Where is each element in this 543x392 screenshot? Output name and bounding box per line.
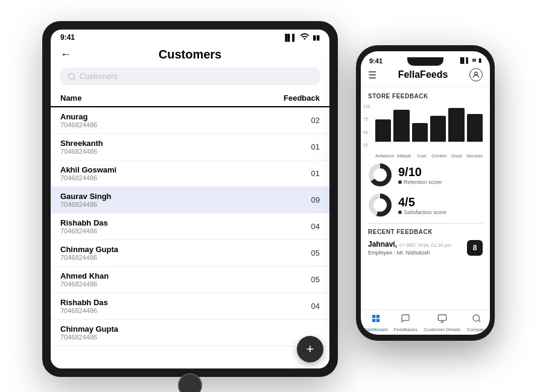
feedback-employee: Employee : Mr. Nishutosh [368, 250, 451, 256]
tablet-screen: 9:41 ▐▌▌ ▮▮ ← Customers Custom [51, 30, 329, 368]
bar-chart-container: 100755025 AmbienceAttitudeCostComfortGoo… [368, 104, 483, 158]
name-column-header: Name [60, 93, 81, 103]
customer-row[interactable]: Akhil Goswami 7046824486 01 [51, 160, 329, 187]
chart-bar-label: Attitude [396, 154, 411, 158]
satisfaction-donut [368, 193, 392, 217]
tablet-status-bar: 9:41 ▐▌▌ ▮▮ [51, 30, 329, 44]
feedback-date: 07 DEC 2018, 01:16 pm [399, 242, 451, 248]
satisfaction-score-row: 4/5 Satisfaction score [368, 193, 483, 217]
y-axis-label: 75 [363, 117, 370, 121]
svg-point-13 [473, 315, 480, 321]
nav-item-dashboard[interactable]: Dashboard [364, 314, 387, 332]
customer-code: 04 [311, 302, 320, 311]
customer-name: Akhil Goswami [60, 165, 116, 174]
user-icon[interactable] [469, 68, 483, 81]
customer-code: 09 [311, 195, 320, 204]
customer-row[interactable]: Rishabh Das 7046824486 04 [51, 213, 329, 240]
retention-score-row: 9/10 Retention score [368, 163, 483, 187]
app-title: FellaFeeds [398, 69, 448, 80]
nav-item-customer-details[interactable]: Customer Details [424, 314, 460, 332]
phone-header: ☰ FellaFeeds [361, 66, 490, 87]
chart-bar-label: Ambience [375, 154, 394, 158]
table-header: Name Feedback [51, 90, 329, 107]
wifi-icon [300, 33, 310, 42]
customer-phone: 7046824486 [60, 227, 108, 235]
customer-phone: 7046824486 [60, 201, 112, 208]
satisfaction-value: 4/5 [398, 195, 446, 209]
chart-bar [393, 110, 409, 142]
chart-bar [412, 123, 428, 142]
svg-rect-9 [372, 319, 375, 322]
customer-code: 01 [311, 142, 320, 151]
svg-rect-7 [372, 315, 375, 318]
page-title: Customers [159, 48, 221, 62]
feedback-score-badge: 8 [467, 240, 483, 256]
chart-bar [375, 119, 391, 142]
customer-row[interactable]: Shreekanth 7046824486 01 [51, 134, 329, 160]
feedbacks-nav-label: Feedbacks [394, 327, 418, 332]
feedback-customer-name: Jahnavi, [368, 240, 397, 248]
bar-labels: AmbienceAttitudeCostComfortGoodServices [375, 154, 483, 158]
feedback-name-date: Jahnavi, 07 DEC 2018, 01:16 pm [368, 240, 451, 248]
customer-row[interactable]: Anurag 7046824486 02 [51, 107, 329, 134]
recent-feedback-label: RECENT FEEDBACK [368, 229, 483, 235]
tablet-time: 9:41 [60, 33, 75, 42]
phone-time: 9:41 [369, 55, 383, 65]
tablet-home-button[interactable] [178, 373, 202, 392]
y-axis-label: 25 [363, 143, 370, 147]
chart-bar-label: Cost [414, 154, 429, 158]
y-axis-label: 100 [363, 104, 370, 109]
customer-phone: 7046824486 [60, 254, 118, 261]
retention-donut [368, 163, 392, 187]
customer-row[interactable]: Rishabh Das 7046824486 04 [51, 293, 329, 320]
menu-icon[interactable]: ☰ [368, 69, 376, 81]
nav-item-compare[interactable]: Compare [467, 314, 487, 332]
customer-phone: 7046824486 [60, 148, 103, 155]
chart-bar-label: Services [466, 154, 483, 158]
phone-notch [407, 57, 443, 66]
customer-row[interactable]: Chinmay Gupta 7046824486 [51, 320, 329, 346]
retention-info: 9/10 Retention score [398, 165, 442, 185]
phone-content: STORE FEEDBACK 100755025 AmbienceAttitud… [361, 87, 490, 309]
phone-wifi-icon: ≋ [472, 57, 477, 63]
customer-phone: 7046824486 [60, 121, 97, 128]
compare-nav-label: Compare [467, 327, 487, 332]
customer-row[interactable]: Ahmed Khan 7046824486 05 [51, 267, 329, 293]
bottom-navigation: Dashboard Feedbacks Customer Details Com… [361, 309, 490, 335]
satisfaction-label: Satisfaction score [398, 209, 446, 215]
chart-bar [448, 108, 464, 142]
feedbacks-nav-icon [401, 314, 410, 326]
feedback-row: Jahnavi, 07 DEC 2018, 01:16 pm Employee … [368, 240, 483, 256]
customer-code: 05 [311, 248, 320, 258]
satisfaction-info: 4/5 Satisfaction score [398, 195, 446, 215]
customer details-nav-label: Customer Details [424, 327, 460, 332]
customer-row[interactable]: Chinmay Gupta 7046824486 05 [51, 240, 329, 267]
customer-name: Chinmay Gupta [60, 245, 118, 254]
customer-name: Ahmed Khan [60, 271, 109, 280]
add-customer-button[interactable]: + [297, 336, 323, 362]
svg-point-2 [475, 72, 478, 75]
chart-bar-label: Good [449, 154, 464, 158]
back-button[interactable]: ← [60, 48, 71, 61]
customer-name: Rishabh Das [60, 298, 108, 307]
search-icon [68, 72, 76, 81]
battery-icon: ▮▮ [313, 34, 320, 42]
phone-battery-icon: ▮ [478, 57, 481, 63]
search-bar[interactable]: Customers [60, 68, 320, 85]
nav-item-feedbacks[interactable]: Feedbacks [394, 314, 418, 332]
scores-section: 9/10 Retention score [368, 163, 483, 217]
divider [368, 223, 483, 224]
y-axis: 100755025 [363, 104, 370, 147]
tablet-header: ← Customers [51, 44, 329, 68]
compare-nav-icon [472, 314, 481, 326]
customer-code: 05 [311, 275, 320, 284]
customer-name: Gaurav Singh [60, 192, 112, 201]
customer-phone: 7046824486 [60, 280, 109, 288]
customer-row[interactable]: Gaurav Singh 7046824486 09 [51, 187, 329, 213]
retention-label: Retention score [398, 179, 442, 185]
signal-icon: ▐▌▌ [283, 34, 297, 41]
phone-status-icons: ▐▌▌ ≋ ▮ [459, 55, 481, 63]
svg-rect-10 [376, 319, 379, 322]
customer-phone: 7046824486 [60, 334, 118, 341]
customer-code: 04 [311, 222, 320, 231]
